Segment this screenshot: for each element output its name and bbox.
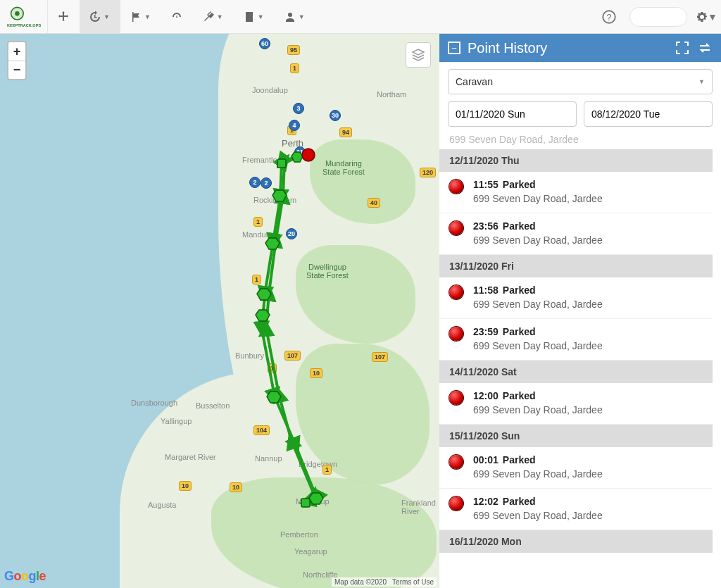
caret-icon: ▼ <box>217 13 223 20</box>
history-event[interactable]: 11:58Parked699 Seven Day Road, Jardee <box>439 277 713 319</box>
fullscreen-button[interactable] <box>675 40 690 56</box>
help-button[interactable]: ? <box>594 0 624 33</box>
brand-logo[interactable]: KEEPTRACK.GPS <box>0 0 48 33</box>
event-address: 699 Seven Day Road, Jardee <box>473 510 603 521</box>
map-provider-logo: Google <box>4 569 46 584</box>
toolbar-spacer <box>315 0 594 33</box>
history-day-header: 16/11/2020 Mon <box>439 530 713 553</box>
svg-point-9 <box>302 149 315 161</box>
panel-title: Point History <box>468 40 667 56</box>
parked-status-icon <box>449 221 463 235</box>
svg-rect-7 <box>277 159 286 168</box>
history-day-header: 15/11/2020 Sun <box>439 425 713 447</box>
history-day-header: 13/11/2020 Fri <box>439 255 713 277</box>
history-event[interactable]: 12:02Parked699 Seven Day Road, Jardee <box>439 489 713 530</box>
zoom-out-button[interactable]: − <box>8 61 25 79</box>
history-scroll: 699 Seven Day Road, Jardee12/11/2020 Thu… <box>439 134 721 588</box>
event-title: 12:02Parked <box>473 496 603 507</box>
parked-status-icon <box>449 285 463 299</box>
toolbar-search-pill[interactable] <box>629 7 687 27</box>
history-event[interactable]: 11:55Parked699 Seven Day Road, Jardee <box>439 172 713 213</box>
map[interactable]: PerthJoondalupNorthamFremantleRockingham… <box>0 34 439 588</box>
history-truncated-row: 699 Seven Day Road, Jardee <box>439 134 713 149</box>
history-day-header: 14/11/2020 Sat <box>439 361 713 383</box>
parked-status-icon <box>449 327 463 341</box>
date-to-field <box>584 101 713 127</box>
history-event[interactable]: 12:00Parked699 Seven Day Road, Jardee <box>439 383 713 425</box>
layers-button[interactable] <box>406 42 431 68</box>
settings-button[interactable]: ▼ <box>693 0 721 33</box>
event-title: 12:00Parked <box>473 390 603 401</box>
caret-icon: ▼ <box>104 13 110 20</box>
toolbar-flags[interactable]: ▼ <box>120 0 161 33</box>
parked-status-icon <box>449 391 463 405</box>
tracker-select[interactable]: Caravan ▼ <box>448 69 713 94</box>
svg-rect-4 <box>94 17 97 18</box>
top-toolbar: KEEPTRACK.GPS ▼ ▼ ▼ ▼ ▼ ? ▼ <box>0 0 721 34</box>
toolbar-history[interactable]: ▼ <box>80 0 120 33</box>
event-address: 699 Seven Day Road, Jardee <box>473 234 603 246</box>
panel-header: − Point History <box>439 34 721 62</box>
parked-status-icon <box>449 455 463 469</box>
event-title: 23:56Parked <box>473 220 603 232</box>
tracker-select-value: Caravan <box>456 76 493 87</box>
history-event[interactable]: 23:59Parked699 Seven Day Road, Jardee <box>439 319 713 361</box>
history-list[interactable]: 699 Seven Day Road, Jardee12/11/2020 Thu… <box>439 134 713 588</box>
toolbar-tools[interactable]: ▼ <box>193 0 234 33</box>
svg-text:?: ? <box>607 13 612 23</box>
parked-status-icon <box>449 496 463 511</box>
date-to-input[interactable] <box>584 108 713 120</box>
caret-icon: ▼ <box>299 13 305 20</box>
zoom-in-button[interactable]: + <box>8 42 25 61</box>
history-day-header: 12/11/2020 Thu <box>439 149 713 172</box>
zoom-control: + − <box>7 41 27 80</box>
chevron-down-icon: ▼ <box>698 78 705 85</box>
caret-icon: ▼ <box>258 13 264 20</box>
toolbar-users[interactable]: ▼ <box>275 0 315 33</box>
event-title: 11:58Parked <box>473 284 603 296</box>
event-title: 00:01Parked <box>473 454 603 465</box>
event-address: 699 Seven Day Road, Jardee <box>473 404 603 415</box>
toolbar-speed[interactable] <box>161 0 193 33</box>
gps-track <box>0 34 439 588</box>
main-area: PerthJoondalupNorthamFremantleRockingham… <box>0 34 721 588</box>
point-history-panel: − Point History Caravan ▼ <box>439 34 721 588</box>
panel-controls: Caravan ▼ <box>439 62 721 134</box>
date-from-input[interactable] <box>449 108 577 120</box>
toolbar-move[interactable] <box>48 0 80 33</box>
event-address: 699 Seven Day Road, Jardee <box>473 193 603 204</box>
swap-button[interactable] <box>697 40 713 56</box>
history-event[interactable]: 00:01Parked699 Seven Day Road, Jardee <box>439 447 713 489</box>
svg-rect-8 <box>301 499 310 507</box>
svg-point-1 <box>15 11 19 15</box>
collapse-button[interactable]: − <box>448 42 460 54</box>
svg-text:KEEPTRACK.GPS: KEEPTRACK.GPS <box>7 23 41 27</box>
toolbar-reports[interactable]: ▼ <box>234 0 275 33</box>
caret-icon: ▼ <box>144 13 151 20</box>
caret-icon: ▼ <box>708 11 717 23</box>
event-address: 699 Seven Day Road, Jardee <box>473 468 603 480</box>
event-title: 23:59Parked <box>473 326 603 337</box>
parked-status-icon <box>449 180 463 194</box>
date-from-field <box>448 101 577 127</box>
event-address: 699 Seven Day Road, Jardee <box>473 299 603 310</box>
event-address: 699 Seven Day Road, Jardee <box>473 340 603 351</box>
event-title: 11:55Parked <box>473 179 603 190</box>
map-attribution: Map data ©2020Terms of Use <box>332 577 437 587</box>
history-event[interactable]: 23:56Parked699 Seven Day Road, Jardee <box>439 213 713 255</box>
